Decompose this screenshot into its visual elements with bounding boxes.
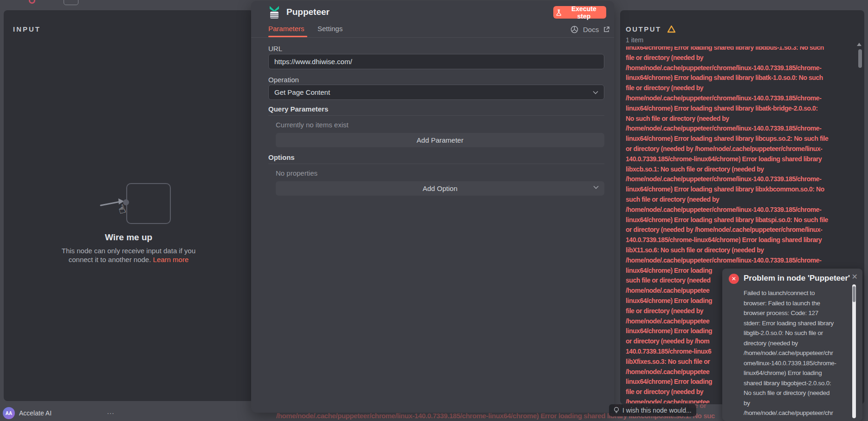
error-log-line: libxcb.so.1: No such file or directory (… xyxy=(626,164,852,175)
scrollbar-up-arrow[interactable] xyxy=(857,43,862,46)
error-log-line: or directory (needed by /home/node/.cach… xyxy=(626,144,852,154)
add-parameter-button[interactable]: Add Parameter xyxy=(276,133,604,147)
query-parameters-empty: Currently no items exist xyxy=(276,121,349,129)
warning-triangle-icon xyxy=(667,25,676,33)
error-popup-line: stderr: Error loading shared library xyxy=(744,318,850,329)
add-option-label: Add Option xyxy=(422,184,457,192)
operation-label: Operation xyxy=(268,76,299,84)
error-log-line: file or directory (needed by xyxy=(626,53,852,63)
error-log-line: 140.0.7339.185/chrome-linux64/chrome) Er… xyxy=(626,235,852,245)
operation-value: Get Page Content xyxy=(274,88,330,96)
error-log-line: /home/node/.cache/puppeteer/chrome/linux… xyxy=(626,205,852,215)
error-log-line: linux64/chrome) Error loading shared lib… xyxy=(626,184,852,195)
query-parameters-header: Query Parameters xyxy=(268,105,328,113)
chevron-down-icon xyxy=(593,91,598,94)
error-log-line: such file or directory (needed by xyxy=(626,195,852,205)
error-popup-line: ome/linux-140.0.7339.185/chrome- xyxy=(744,418,850,421)
error-log-line: No such file or directory (needed by xyxy=(626,114,852,124)
error-popup-line: /home/node/.cache/puppeteer/chr xyxy=(744,408,850,418)
package-icon[interactable] xyxy=(570,26,578,33)
popup-scrollbar-thumb[interactable] xyxy=(853,286,855,302)
assistant-bar: AA Accelate AI ⋯ xyxy=(3,407,115,419)
error-log-line: /home/node/.cache/puppeteer/chrome/linux… xyxy=(626,174,852,184)
section-divider xyxy=(268,164,604,164)
operation-select[interactable]: Get Page Content xyxy=(268,85,604,100)
n8n-node-detail-view: library libX11.so.6: No such file or /ho… xyxy=(0,0,868,421)
error-log-line: linux64/chrome) Error loading shared lib… xyxy=(626,104,852,114)
node-title: Puppeteer xyxy=(286,7,330,17)
error-badge-icon: ✕ xyxy=(729,274,739,284)
execute-step-button[interactable]: Execute step xyxy=(553,6,606,19)
canvas-node-error-dot xyxy=(29,0,35,4)
error-log-line: /home/node/.cache/puppeteer/chrome/linux… xyxy=(626,124,852,134)
error-log-line: or directory (needed by /home/node/.cach… xyxy=(626,225,852,235)
error-popup-line: /home/node/.cache/puppeteer/chr xyxy=(744,348,850,358)
more-options-icon[interactable]: ⋯ xyxy=(107,409,115,418)
error-popup-line: libglib-2.0.so.0: No such file or xyxy=(744,328,850,338)
error-log-line: linux64/chrome) Error loading shared lib… xyxy=(626,73,852,83)
output-panel-title: OUTPUT xyxy=(626,25,661,33)
feedback-placeholder: I wish this node would... xyxy=(622,407,692,414)
output-scrollbar[interactable] xyxy=(858,49,862,68)
lightbulb-icon xyxy=(614,407,619,414)
external-link-icon[interactable] xyxy=(603,26,609,33)
error-log-line: file or directory (needed by xyxy=(626,83,852,93)
output-items-count: 1 item xyxy=(626,36,643,44)
close-icon[interactable]: ✕ xyxy=(852,272,858,281)
empty-input-heading: Wire me up xyxy=(4,232,253,243)
error-popup-line: No such file or directory (needed xyxy=(744,388,850,398)
error-popup-line: browser: Failed to launch the xyxy=(744,298,850,309)
error-popup-title: Problem in node 'Puppeteer' xyxy=(744,274,850,283)
error-log-line: linux64/chrome) Error loading shared lib… xyxy=(626,215,852,225)
tab-settings[interactable]: Settings xyxy=(317,25,343,33)
puppeteer-node-icon xyxy=(268,6,280,20)
error-log-line: /home/node/.cache/puppeteer/chrome/linux… xyxy=(626,63,852,73)
error-popup-message: Failed to launch/connect tobrowser: Fail… xyxy=(744,288,850,421)
error-log-line: 140.0.7339.185/chrome-linux64/chrome) Er… xyxy=(626,154,852,164)
flask-icon xyxy=(556,9,562,16)
error-log-line: linux64/chrome) Error loading shared lib… xyxy=(626,46,852,53)
canvas-node-button xyxy=(64,0,78,5)
error-popup-line: browser process: Code: 127 xyxy=(744,308,850,318)
execute-step-label: Execute step xyxy=(564,5,603,20)
learn-more-link[interactable]: Learn more xyxy=(153,256,189,263)
error-popup-line: directory (needed by xyxy=(744,338,850,349)
error-popup-line: by xyxy=(744,398,850,408)
error-popup-line: linux64/chrome) Error loading xyxy=(744,368,850,378)
url-input[interactable] xyxy=(268,54,604,69)
ghost-node-outline xyxy=(126,183,171,224)
node-feedback-input[interactable]: I wish this node would... xyxy=(609,404,696,416)
options-header: Options xyxy=(268,153,295,161)
header-divider xyxy=(251,37,614,38)
section-divider xyxy=(268,115,604,116)
avatar[interactable]: AA xyxy=(3,407,15,419)
node-settings-dialog: Puppeteer Execute step Parameters Settin… xyxy=(251,1,614,413)
error-log-line: linux64/chrome) Error loading shared lib… xyxy=(626,134,852,144)
error-popup-line: ome/linux-140.0.7339.185/chrome- xyxy=(744,358,850,368)
error-log-line: /home/node/.cache/puppeteer/chrome/linux… xyxy=(626,93,852,104)
url-label: URL xyxy=(268,45,282,53)
wire-me-up-illustration: ☝ xyxy=(4,10,253,401)
assistant-name: Accelate AI xyxy=(19,409,52,417)
empty-input-description: This node can only receive input data if… xyxy=(59,246,198,264)
popup-scrollbar[interactable] xyxy=(852,284,856,418)
options-empty: No properties xyxy=(276,169,317,177)
error-popup-line: Failed to launch/connect to xyxy=(744,288,850,298)
chevron-down-icon xyxy=(593,185,599,189)
tab-parameters[interactable]: Parameters xyxy=(268,25,304,33)
input-panel: INPUT ☝ Wire me up This node can only re… xyxy=(4,10,253,401)
add-parameter-label: Add Parameter xyxy=(417,136,464,144)
error-log-line: libX11.so.6: No such file or directory (… xyxy=(626,245,852,256)
add-option-button[interactable]: Add Option xyxy=(276,181,604,196)
error-log-line: /home/node/.cache/puppeteer/chrome/linux… xyxy=(626,256,852,266)
error-popup-line: shared library libgobject-2.0.so.0: xyxy=(744,378,850,388)
node-error-popup: ✕ Problem in node 'Puppeteer' ✕ Failed t… xyxy=(722,269,862,421)
docs-link[interactable]: Docs xyxy=(583,26,599,33)
